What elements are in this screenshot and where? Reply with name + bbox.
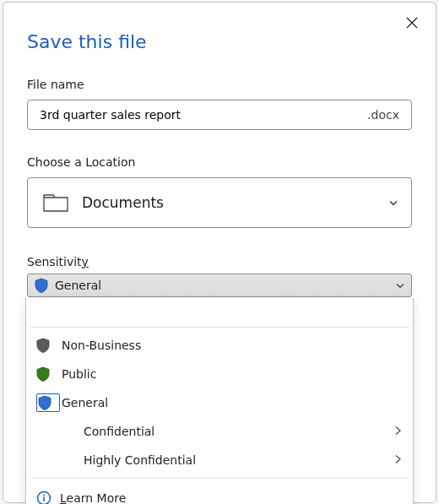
shield-icon	[35, 278, 48, 293]
svg-rect-4	[43, 497, 45, 501]
sensitivity-option-nonbusiness[interactable]: Non-Business	[26, 331, 413, 360]
location-picker[interactable]: Documents	[27, 177, 412, 228]
option-label: Highly Confidential	[84, 453, 196, 467]
dialog-title: Save this file	[27, 31, 412, 52]
close-button[interactable]	[400, 11, 424, 35]
option-label: Non-Business	[62, 339, 141, 352]
filename-label: File name	[27, 78, 412, 91]
filename-input[interactable]	[40, 108, 360, 122]
option-label: Public	[62, 367, 96, 381]
option-label: General	[62, 396, 108, 409]
folder-icon	[43, 192, 68, 213]
divider	[30, 327, 409, 328]
location-label: Choose a Location	[27, 155, 412, 169]
chevron-right-icon	[395, 425, 401, 438]
chevron-right-icon	[395, 454, 401, 467]
sensitivity-dropdown: Non-Business Public General Conf	[25, 298, 414, 504]
location-name: Documents	[82, 194, 164, 211]
sensitivity-option-highly-confidential[interactable]: Highly Confidential	[26, 446, 413, 474]
sensitivity-option-public[interactable]: Public	[26, 360, 413, 388]
shield-icon	[38, 395, 51, 410]
divider	[31, 478, 408, 479]
save-file-dialog: Save this file File name .docx Choose a …	[3, 2, 436, 503]
sensitivity-selected-label: General	[55, 279, 101, 292]
learn-more-underline: L	[60, 491, 67, 504]
svg-point-3	[43, 495, 45, 496]
chevron-down-icon	[389, 198, 398, 209]
learn-more-link[interactable]: Learn More	[26, 482, 413, 504]
option-label: Confidential	[84, 425, 154, 438]
sensitivity-label: Sensitivity	[27, 255, 412, 268]
info-icon	[36, 490, 51, 504]
filename-extension: .docx	[367, 108, 399, 122]
close-icon	[406, 17, 418, 29]
sensitivity-option-general[interactable]: General	[26, 388, 413, 417]
learn-more-rest: earn More	[67, 491, 127, 504]
sensitivity-select[interactable]: General	[27, 274, 412, 297]
learn-more-label: Learn More	[60, 491, 126, 504]
filename-field-wrapper: .docx	[27, 100, 412, 130]
sensitivity-option-confidential[interactable]: Confidential	[26, 417, 413, 446]
chevron-down-icon	[396, 281, 404, 290]
shield-icon	[36, 366, 50, 382]
sensitivity-label-text: Sensitivity	[27, 255, 89, 268]
shield-icon	[36, 338, 50, 353]
